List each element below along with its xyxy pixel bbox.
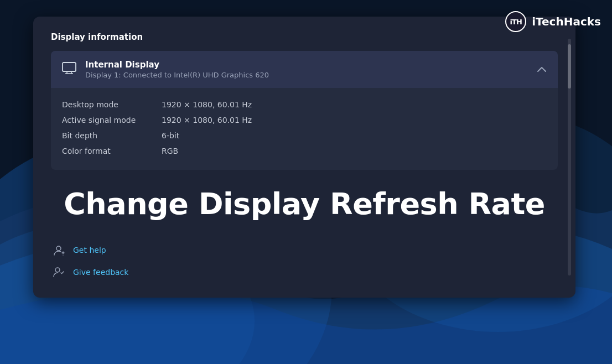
give-feedback-icon	[51, 264, 66, 280]
scrollbar-thumb[interactable]	[568, 44, 571, 89]
scrollbar[interactable]	[568, 39, 571, 275]
brand-logo: iTH iTechHacks	[505, 11, 601, 32]
bottom-links: Get help Give feedback	[51, 242, 558, 280]
svg-rect-4	[63, 63, 76, 71]
display-header-info: Internal Display Display 1: Connected to…	[85, 60, 269, 79]
display-info: Desktop mode 1920 × 1080, 60.01 Hz Activ…	[51, 88, 558, 170]
display-card: Internal Display Display 1: Connected to…	[51, 51, 558, 170]
display-name: Internal Display	[85, 60, 269, 70]
display-header[interactable]: Internal Display Display 1: Connected to…	[51, 51, 558, 88]
desktop-mode-value: 1920 × 1080, 60.01 Hz	[162, 100, 252, 109]
section-title: Display information	[51, 32, 558, 42]
get-help-link[interactable]: Get help	[51, 242, 558, 258]
color-format-value: RGB	[162, 147, 178, 155]
monitor-icon	[62, 62, 76, 77]
bit-depth-value: 6-bit	[162, 131, 179, 140]
brand-icon-text: iTH	[510, 18, 522, 26]
info-row-signal-mode: Active signal mode 1920 × 1080, 60.01 Hz	[62, 112, 547, 128]
give-feedback-link[interactable]: Give feedback	[51, 264, 558, 280]
get-help-icon	[51, 242, 66, 258]
desktop-mode-label: Desktop mode	[62, 100, 162, 109]
get-help-text[interactable]: Get help	[73, 246, 106, 254]
display-subtitle: Display 1: Connected to Intel(R) UHD Gra…	[85, 71, 269, 79]
big-heading: Change Display Refresh Rate	[51, 188, 558, 220]
svg-point-10	[55, 268, 60, 272]
info-row-color-format: Color format RGB	[62, 143, 547, 159]
give-feedback-text[interactable]: Give feedback	[73, 268, 128, 277]
bit-depth-label: Bit depth	[62, 131, 162, 140]
info-row-bit-depth: Bit depth 6-bit	[62, 128, 547, 143]
chevron-up-icon	[537, 64, 547, 75]
signal-mode-value: 1920 × 1080, 60.01 Hz	[162, 116, 252, 124]
info-row-desktop-mode: Desktop mode 1920 × 1080, 60.01 Hz	[62, 97, 547, 112]
color-format-label: Color format	[62, 147, 162, 155]
svg-point-8	[56, 246, 61, 251]
brand-icon: iTH	[505, 11, 526, 32]
brand-name: iTechHacks	[532, 15, 601, 28]
display-header-left: Internal Display Display 1: Connected to…	[62, 60, 269, 79]
signal-mode-label: Active signal mode	[62, 116, 162, 124]
settings-panel: Display information Internal Display Dis…	[33, 17, 575, 298]
